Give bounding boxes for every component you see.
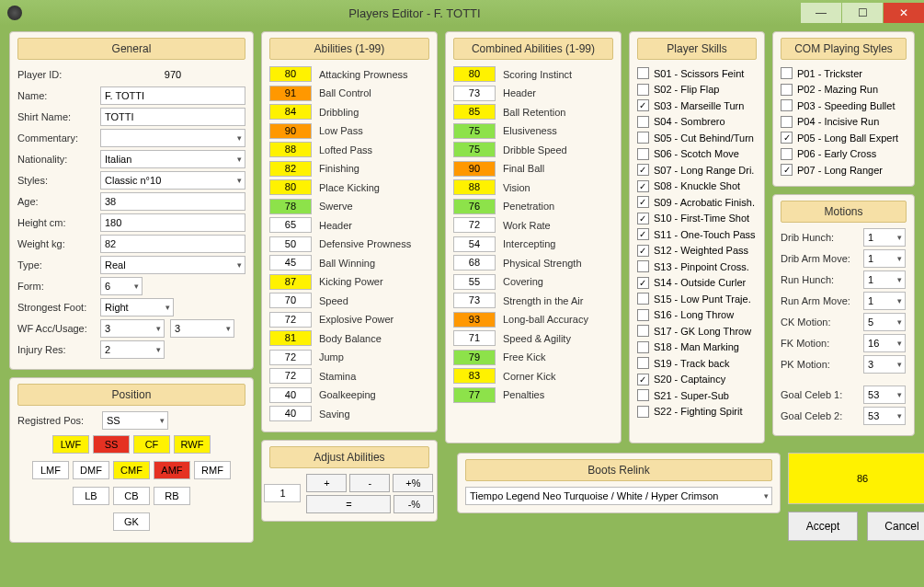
ability-value[interactable]: 78	[269, 199, 312, 214]
ability-value[interactable]: 50	[269, 236, 312, 252]
cancel-button[interactable]: Cancel	[867, 512, 924, 541]
skill-checkbox[interactable]	[637, 389, 649, 401]
ability-value[interactable]: 82	[269, 161, 312, 177]
position-lb[interactable]: LB	[73, 487, 109, 505]
skill-checkbox[interactable]	[637, 84, 649, 96]
skill-checkbox[interactable]	[637, 213, 649, 224]
skill-checkbox[interactable]	[637, 341, 649, 353]
wf-usage-select[interactable]: 3	[170, 319, 234, 338]
adjust-equals-button[interactable]: =	[306, 495, 391, 513]
position-cf[interactable]: CF	[133, 435, 170, 454]
com-checkbox[interactable]	[781, 99, 793, 111]
ability-value[interactable]: 65	[269, 217, 312, 233]
ability-value[interactable]: 72	[269, 312, 312, 328]
position-ss[interactable]: SS	[93, 435, 130, 454]
age-input[interactable]	[100, 192, 245, 211]
adjust-minuspct-button[interactable]: -%	[394, 495, 434, 513]
skill-checkbox[interactable]	[637, 116, 649, 128]
ability-value[interactable]: 45	[269, 255, 312, 270]
position-dmf[interactable]: DMF	[73, 461, 109, 479]
boots-select[interactable]: Tiempo Legend Neo Turquoise / White / Hy…	[465, 487, 772, 505]
adjust-plus-button[interactable]: +	[306, 474, 347, 492]
close-button[interactable]: ✕	[884, 3, 924, 23]
skill-checkbox[interactable]	[637, 260, 649, 272]
ability-value[interactable]: 80	[269, 66, 312, 82]
ability-value[interactable]: 84	[269, 104, 312, 120]
motion-select[interactable]: 16	[863, 334, 906, 352]
position-lwf[interactable]: LWF	[52, 435, 89, 454]
com-checkbox[interactable]	[781, 67, 793, 79]
name-input[interactable]	[100, 86, 245, 105]
position-gk[interactable]: GK	[113, 512, 150, 531]
position-cmf[interactable]: CMF	[113, 461, 150, 479]
injury-select[interactable]: 2	[100, 340, 165, 359]
motion-select[interactable]: 1	[863, 228, 906, 247]
commentary-select[interactable]	[100, 129, 245, 147]
height-input[interactable]	[100, 213, 245, 232]
skill-checkbox[interactable]	[637, 245, 649, 257]
adjust-value-input[interactable]	[264, 484, 301, 502]
position-rmf[interactable]: RMF	[194, 461, 231, 479]
ability-value[interactable]: 90	[269, 123, 312, 139]
shirt-input[interactable]	[100, 108, 245, 126]
ability-value[interactable]: 72	[269, 350, 312, 365]
registered-pos-select[interactable]: SS	[102, 411, 168, 430]
com-checkbox[interactable]	[781, 148, 793, 160]
ability-value[interactable]: 87	[269, 274, 312, 290]
position-rb[interactable]: RB	[154, 487, 190, 505]
skill-checkbox[interactable]	[637, 374, 649, 386]
skill-checkbox[interactable]	[637, 325, 649, 337]
ability-value[interactable]: 40	[269, 406, 312, 421]
skill-checkbox[interactable]	[637, 357, 649, 369]
ability-value[interactable]: 72	[269, 368, 312, 384]
skill-checkbox[interactable]	[637, 309, 649, 321]
ability-value[interactable]: 91	[269, 86, 312, 101]
accept-button[interactable]: Accept	[788, 512, 858, 541]
motion-select[interactable]: 1	[863, 249, 906, 268]
skill-checkbox[interactable]	[637, 148, 649, 160]
minimize-button[interactable]: —	[801, 3, 841, 23]
position-amf[interactable]: AMF	[154, 461, 190, 479]
skill-checkbox[interactable]	[637, 293, 649, 305]
skill-checkbox[interactable]	[637, 406, 649, 418]
styles-select[interactable]: Classic n°10	[100, 171, 245, 190]
position-rwf[interactable]: RWF	[174, 435, 211, 454]
skill-checkbox[interactable]	[637, 164, 649, 176]
wf-acc-select[interactable]: 3	[100, 319, 165, 338]
skill-checkbox[interactable]	[637, 228, 649, 240]
celeb1-select[interactable]: 53	[863, 386, 906, 404]
motion-select[interactable]: 1	[863, 270, 906, 289]
skill-checkbox[interactable]	[637, 67, 649, 79]
combined-value: 75	[453, 142, 496, 157]
position-lmf[interactable]: LMF	[32, 461, 69, 479]
ability-value[interactable]: 40	[269, 387, 312, 403]
form-select[interactable]: 6	[100, 277, 143, 295]
ability-value[interactable]: 80	[269, 179, 312, 195]
ability-value[interactable]: 81	[269, 330, 312, 346]
skill-checkbox[interactable]	[637, 99, 649, 111]
motion-select[interactable]: 1	[863, 292, 906, 310]
ability-value[interactable]: 70	[269, 293, 312, 308]
combined-panel: Combined Abilities (1-99) 80Scoring Inst…	[445, 31, 622, 443]
weight-input[interactable]	[100, 235, 245, 253]
adjust-pluspct-button[interactable]: +%	[393, 474, 433, 492]
motion-select[interactable]: 3	[863, 355, 906, 374]
nationality-label: Nationality:	[17, 154, 100, 165]
maximize-button[interactable]: ☐	[842, 3, 883, 23]
skill-checkbox[interactable]	[637, 277, 649, 289]
position-cb[interactable]: CB	[113, 487, 150, 505]
celeb2-select[interactable]: 53	[863, 407, 906, 425]
com-checkbox[interactable]	[781, 132, 793, 144]
type-select[interactable]: Real	[100, 256, 245, 274]
foot-select[interactable]: Right	[100, 298, 174, 317]
nationality-select[interactable]: Italian	[100, 150, 245, 168]
ability-value[interactable]: 88	[269, 142, 312, 157]
motion-select[interactable]: 5	[863, 313, 906, 331]
skill-checkbox[interactable]	[637, 180, 649, 192]
adjust-minus-button[interactable]: -	[349, 474, 390, 492]
skill-checkbox[interactable]	[637, 132, 649, 144]
com-checkbox[interactable]	[781, 164, 793, 176]
com-checkbox[interactable]	[781, 116, 793, 128]
skill-checkbox[interactable]	[637, 196, 649, 208]
com-checkbox[interactable]	[781, 84, 793, 96]
